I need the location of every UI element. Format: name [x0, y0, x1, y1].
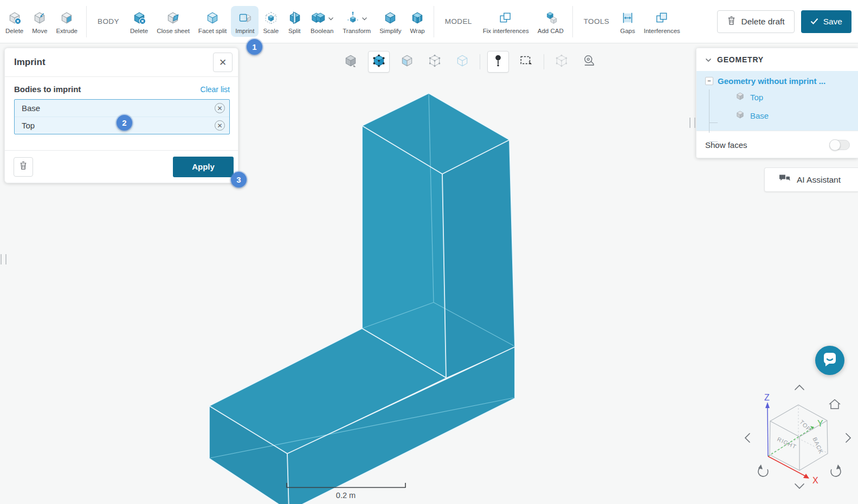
- toolbar-group-label-model: MODEL: [445, 17, 472, 25]
- save-label: Save: [823, 17, 842, 27]
- select-edge-tool[interactable]: [424, 51, 445, 72]
- x-axis-label: X: [812, 476, 818, 485]
- toolbar-separator: [572, 6, 573, 37]
- toolbar-item-label: Boolean: [311, 28, 333, 34]
- body-delete-icon: [132, 11, 146, 25]
- body-item-base[interactable]: Base✕: [15, 100, 229, 117]
- toolbar-item-wrap[interactable]: Wrap: [405, 6, 429, 37]
- cube-face-back-label[interactable]: BACK: [811, 436, 824, 455]
- toolbar-item-interferences[interactable]: Interferences: [640, 6, 685, 37]
- toolbar-item-split[interactable]: Split: [283, 6, 306, 37]
- wrap-icon: [410, 11, 424, 25]
- z-axis: [767, 408, 768, 456]
- toolbar-right-actions: Delete draft Save: [717, 0, 858, 43]
- tree-item-base[interactable]: Base: [696, 106, 858, 125]
- toolbar-separator: [480, 54, 480, 69]
- z-axis-arrow: [765, 402, 770, 408]
- rotate-cw-icon[interactable]: [831, 464, 841, 476]
- remove-body-icon[interactable]: ✕: [215, 103, 225, 113]
- fix-interferences-icon: [498, 11, 514, 25]
- model-body-top[interactable]: [362, 93, 515, 378]
- toggle-knob: [829, 139, 841, 151]
- toolbar-item-boolean[interactable]: Boolean: [306, 6, 338, 37]
- toolbar-item-add-cad[interactable]: Add CAD: [533, 6, 568, 37]
- collapse-icon[interactable]: −: [705, 77, 713, 85]
- toolbar-item-label: Add CAD: [538, 28, 564, 34]
- select-assembly-icon: [554, 54, 569, 70]
- box-select-tool[interactable]: [516, 51, 537, 72]
- body-item-label: Top: [22, 121, 35, 130]
- z-axis-label: Z: [764, 393, 770, 402]
- rotate-left-arrow[interactable]: [745, 434, 750, 442]
- rotate-right-arrow[interactable]: [846, 434, 850, 442]
- select-face-tool[interactable]: [397, 51, 417, 72]
- delete-draft-button[interactable]: Delete draft: [717, 10, 795, 33]
- measure-tool[interactable]: [579, 51, 599, 72]
- toolbar-item-facet-split[interactable]: Facet split: [194, 6, 231, 37]
- scale-bar: 0.2 m: [281, 480, 411, 504]
- toolbar-item-extrude[interactable]: Extrude: [51, 6, 82, 37]
- drawer-handle[interactable]: [1, 254, 7, 264]
- model-edges: [209, 93, 515, 504]
- chevron-down-icon: [705, 55, 712, 64]
- select-vertex-tool[interactable]: [452, 51, 473, 72]
- tree-item-root[interactable]: − Geometry without imprint ...: [696, 72, 858, 88]
- toolbar-item-close-sheet[interactable]: Close sheet: [152, 6, 194, 37]
- chevron-down-icon[interactable]: [328, 13, 334, 23]
- cube-face-right-label[interactable]: RIGHT: [776, 436, 797, 450]
- support-chat-button[interactable]: [815, 346, 844, 375]
- measure-icon: [582, 54, 596, 70]
- box-select-icon: [519, 54, 533, 70]
- toolbar-item-transform[interactable]: Transform: [338, 6, 375, 37]
- toolbar-item-imprint[interactable]: Imprint: [231, 6, 259, 37]
- step-badge-3: 3: [231, 172, 247, 188]
- toolbar-item-move[interactable]: Move: [28, 6, 51, 37]
- geometry-panel-header[interactable]: GEOMETRY: [696, 48, 858, 71]
- toolbar-item-scale[interactable]: Scale: [259, 6, 283, 37]
- toolbar-item-simplify[interactable]: Simplify: [375, 6, 405, 37]
- remove-body-icon[interactable]: ✕: [215, 120, 225, 131]
- tree-item-top[interactable]: Top: [696, 88, 858, 106]
- close-dialog-button[interactable]: ✕: [213, 53, 233, 72]
- toolbar-groups: DeleteMoveExtrudeBODYDeleteClose sheetFa…: [0, 0, 685, 43]
- tree-guide: [709, 122, 718, 123]
- view-cube-gizmo: TOP RIGHT BACK Z Y X: [733, 374, 857, 500]
- panel-resize-handle[interactable]: [689, 118, 695, 128]
- clear-list-link[interactable]: Clear list: [201, 85, 230, 94]
- rotate-down-arrow[interactable]: [795, 484, 804, 488]
- probe-pin-tool[interactable]: [487, 51, 509, 73]
- model-body-base[interactable]: [209, 328, 515, 504]
- rotate-up-arrow[interactable]: [795, 385, 804, 390]
- delete-selection-button[interactable]: [14, 157, 33, 177]
- toolbar-item-delete[interactable]: Delete: [126, 6, 152, 37]
- toolbar-item-fix-interferences[interactable]: Fix interferences: [479, 6, 533, 37]
- model-hidden-edges: [210, 93, 514, 458]
- home-view-icon[interactable]: [829, 400, 840, 409]
- rotate-ccw-icon[interactable]: [758, 464, 768, 476]
- toolbar-item-label: Imprint: [235, 28, 254, 34]
- show-faces-toggle[interactable]: [829, 140, 850, 150]
- select-assembly-tool[interactable]: [551, 51, 572, 72]
- ai-assistant-button[interactable]: AI Assistant: [764, 167, 858, 192]
- cube-delete-icon: [8, 11, 22, 25]
- toolbar-item-delete[interactable]: Delete: [1, 6, 28, 37]
- apply-button[interactable]: Apply: [173, 157, 234, 177]
- imprint-icon: [238, 11, 252, 25]
- toolbar-item-gaps[interactable]: Gaps: [616, 6, 640, 37]
- tree-guide: [709, 141, 718, 142]
- toolbar-item-label: Delete: [5, 28, 23, 34]
- select-body-icon: [372, 54, 386, 70]
- ai-assistant-label: AI Assistant: [797, 175, 841, 185]
- viewport-toolbar: [340, 51, 599, 73]
- chevron-down-icon[interactable]: [362, 13, 367, 23]
- save-button[interactable]: Save: [801, 10, 851, 33]
- toolbar-item-label: Interferences: [644, 28, 680, 34]
- simplify-icon: [383, 11, 397, 25]
- select-body-tool[interactable]: [368, 51, 390, 73]
- select-volume-tool[interactable]: [340, 51, 361, 72]
- cube-icon: [736, 110, 745, 121]
- toolbar-item-label: Wrap: [410, 28, 424, 34]
- view-cube[interactable]: TOP RIGHT BACK: [770, 405, 828, 470]
- geometry-tree: − Geometry without imprint ... TopBase: [696, 71, 858, 131]
- tree-root-label: Geometry without imprint ...: [718, 76, 825, 86]
